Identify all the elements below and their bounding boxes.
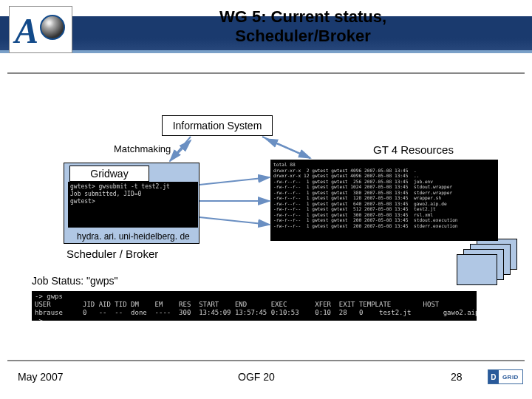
terminal-submit: gwtest> gwsubmit -t test2.jt Job submitt… [68, 182, 198, 228]
header-strip [0, 50, 532, 53]
scheduler-broker-label: Scheduler / Broker [66, 248, 158, 260]
page-number: 28 [451, 371, 463, 383]
svg-line-0 [170, 137, 191, 161]
dgrid-logo-d: D [488, 373, 499, 381]
svg-line-2 [262, 137, 310, 158]
terminal-listing: total 88 drwxr-xr-x 2 gwtest gwtest 4096… [270, 160, 498, 241]
svg-line-4 [200, 177, 270, 185]
slide-title: WG 5: Current status, Scheduler/Broker [89, 7, 517, 46]
job-status-label: Job Status: "gwps" [32, 275, 118, 287]
terminal-gwps: -> gwps USER JID AID TID DM EM RES START… [32, 291, 477, 321]
svg-line-1 [170, 140, 191, 161]
divider-top [7, 72, 525, 74]
resource-box [457, 254, 497, 285]
footer-event: OGF 20 [238, 371, 275, 383]
divider-bottom [7, 360, 525, 361]
footer-date: May 2007 [18, 371, 63, 383]
svg-line-6 [200, 217, 270, 225]
svg-line-3 [266, 139, 310, 158]
gridway-box: Gridway [69, 166, 149, 182]
hydra-hostname: hydra. ari. uni-heidelberg. de [77, 231, 190, 242]
info-system-box: Information System [162, 115, 273, 136]
dgrid-logo-grid: GRID [499, 374, 522, 381]
slide-logo: A [9, 6, 72, 53]
globe-icon [40, 15, 65, 40]
dgrid-logo: D GRID [488, 369, 523, 384]
gt4-label: GT 4 Resources [373, 143, 454, 156]
matchmaking-label: Matchmaking [114, 143, 171, 154]
logo-letter: A [15, 10, 38, 51]
